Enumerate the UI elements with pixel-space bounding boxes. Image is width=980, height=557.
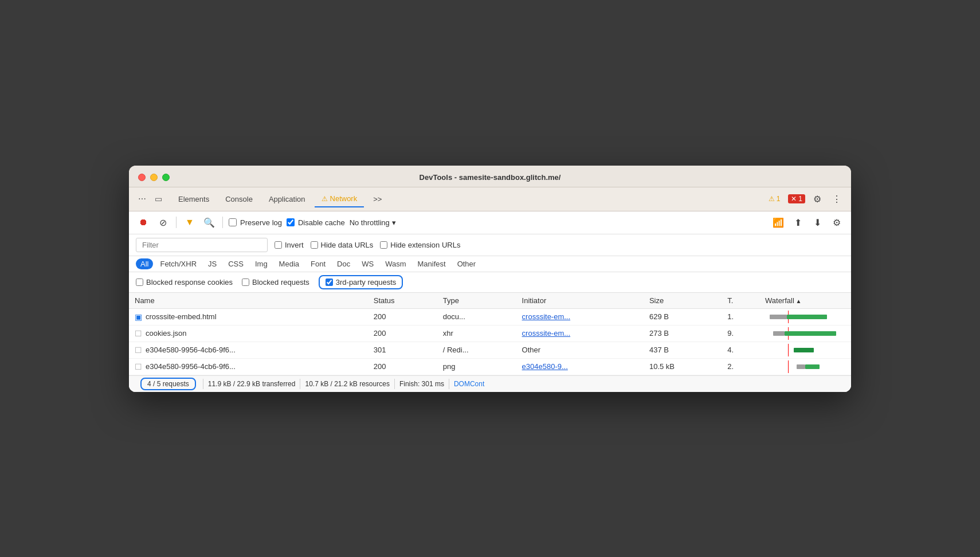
row1-name[interactable]: ▣ crosssite-embed.html xyxy=(129,308,368,325)
tab-elements[interactable]: Elements xyxy=(171,191,216,207)
device-icon[interactable]: ▭ xyxy=(152,193,164,205)
type-btn-other[interactable]: Other xyxy=(453,258,481,269)
maximize-button[interactable] xyxy=(162,174,170,181)
row1-initiator[interactable]: crosssite-em... xyxy=(516,308,644,325)
col-size[interactable]: Size xyxy=(644,293,722,309)
network-table: Name Status Type Initiator Size T. Water… xyxy=(129,293,851,375)
invert-label[interactable]: Invert xyxy=(275,241,304,249)
clear-button[interactable]: ⊘ xyxy=(155,215,170,230)
tab-bar: ⋯ ▭ Elements Console Application ⚠Networ… xyxy=(129,187,851,211)
network-settings-icon[interactable]: ⚙ xyxy=(829,215,844,230)
row3-name[interactable]: ☐ e304e580-9956-4cb6-9f6... xyxy=(129,342,368,358)
hide-data-urls-checkbox[interactable] xyxy=(311,241,318,249)
preserve-log-checkbox[interactable] xyxy=(229,218,237,226)
tab-more[interactable]: >> xyxy=(366,191,389,207)
blocked-requests-label[interactable]: Blocked requests xyxy=(242,278,309,287)
row2-time: 9. xyxy=(722,325,759,342)
row2-status: 200 xyxy=(368,325,437,342)
col-type[interactable]: Type xyxy=(437,293,516,309)
devtools-body: ⋯ ▭ Elements Console Application ⚠Networ… xyxy=(129,187,851,392)
row2-size: 273 B xyxy=(644,325,722,342)
window-title: DevTools - samesite-sandbox.glitch.me/ xyxy=(420,173,561,182)
throttle-select[interactable]: No throttling ▾ xyxy=(350,218,396,227)
third-party-requests-label[interactable]: 3rd-party requests xyxy=(319,275,403,289)
third-party-requests-checkbox[interactable] xyxy=(326,278,333,286)
row2-type: xhr xyxy=(437,325,516,342)
row1-waterfall xyxy=(759,308,851,325)
warning-badge: ⚠ 1 xyxy=(765,194,784,204)
tab-right-icons: ⚠ 1 ✕ 1 ⚙ ⋮ xyxy=(765,191,844,206)
table-row[interactable]: ☐ cookies.json 200 xhr crosssite-em... 2… xyxy=(129,325,851,342)
col-waterfall[interactable]: Waterfall xyxy=(759,293,851,309)
preserve-log-group[interactable]: Preserve log xyxy=(229,218,282,227)
col-name[interactable]: Name xyxy=(129,293,368,309)
type-btn-css[interactable]: CSS xyxy=(224,258,248,269)
type-btn-doc[interactable]: Doc xyxy=(332,258,355,269)
blocked-filter-bar: Blocked response cookies Blocked request… xyxy=(129,272,851,293)
type-filter-bar: All Fetch/XHR JS CSS Img Media Font Doc … xyxy=(129,256,851,272)
type-btn-manifest[interactable]: Manifest xyxy=(413,258,450,269)
row3-initiator: Other xyxy=(516,342,644,358)
preserve-log-label: Preserve log xyxy=(240,218,282,227)
error-badge: ✕ 1 xyxy=(788,194,805,203)
tab-console[interactable]: Console xyxy=(218,191,260,207)
row2-name[interactable]: ☐ cookies.json xyxy=(129,325,368,342)
type-btn-ws[interactable]: WS xyxy=(357,258,378,269)
tab-application[interactable]: Application xyxy=(262,191,312,207)
hide-data-urls-label[interactable]: Hide data URLs xyxy=(311,241,374,249)
col-status[interactable]: Status xyxy=(368,293,437,309)
domcont-label: DOMCont xyxy=(454,380,484,388)
row4-initiator[interactable]: e304e580-9... xyxy=(516,358,644,375)
disable-cache-label: Disable cache xyxy=(298,218,345,227)
table-row[interactable]: ▣ crosssite-embed.html 200 docu... cross… xyxy=(129,308,851,325)
blocked-response-cookies-label[interactable]: Blocked response cookies xyxy=(136,278,233,287)
type-btn-wasm[interactable]: Wasm xyxy=(381,258,410,269)
blocked-requests-checkbox[interactable] xyxy=(242,278,249,286)
row4-name-text: e304e580-9956-4cb6-9f6... xyxy=(146,362,236,371)
row2-initiator[interactable]: crosssite-em... xyxy=(516,325,644,342)
invert-checkbox[interactable] xyxy=(275,241,282,249)
disable-cache-checkbox[interactable] xyxy=(287,218,295,226)
filter-input[interactable] xyxy=(136,238,268,252)
blocked-response-cookies-checkbox[interactable] xyxy=(136,278,143,286)
row4-waterfall xyxy=(759,358,851,375)
search-icon[interactable]: 🔍 xyxy=(202,215,217,230)
row3-size: 437 B xyxy=(644,342,722,358)
table-row[interactable]: ☐ e304e580-9956-4cb6-9f6... 200 png e304… xyxy=(129,358,851,375)
devtools-window: DevTools - samesite-sandbox.glitch.me/ ⋯… xyxy=(129,166,851,392)
stop-recording-button[interactable]: ⏺ xyxy=(136,215,151,230)
tab-icons: ⋯ ▭ xyxy=(136,193,164,205)
type-btn-font[interactable]: Font xyxy=(306,258,330,269)
type-btn-media[interactable]: Media xyxy=(275,258,304,269)
row4-name[interactable]: ☐ e304e580-9956-4cb6-9f6... xyxy=(129,358,368,375)
close-button[interactable] xyxy=(138,174,146,181)
row3-waterfall xyxy=(759,342,851,358)
devtools-settings-icon[interactable]: ⚙ xyxy=(810,191,825,206)
col-initiator[interactable]: Initiator xyxy=(516,293,644,309)
upload-icon[interactable]: ⬆ xyxy=(790,215,805,230)
minimize-button[interactable] xyxy=(150,174,158,181)
png-icon: ☐ xyxy=(135,362,142,371)
row4-status: 200 xyxy=(368,358,437,375)
table-row[interactable]: ☐ e304e580-9956-4cb6-9f6... 301 / Redi..… xyxy=(129,342,851,358)
doc-icon: ▣ xyxy=(135,312,142,321)
col-time[interactable]: T. xyxy=(722,293,759,309)
throttle-label: No throttling xyxy=(350,218,390,227)
download-icon[interactable]: ⬇ xyxy=(810,215,825,230)
transferred-section: 11.9 kB / 22.9 kB transferred xyxy=(203,379,301,389)
row3-time: 4. xyxy=(722,342,759,358)
type-btn-fetch-xhr[interactable]: Fetch/XHR xyxy=(155,258,201,269)
row3-type: / Redi... xyxy=(437,342,516,358)
tab-network[interactable]: ⚠Network xyxy=(315,191,364,207)
filter-icon[interactable]: ▼ xyxy=(182,215,197,230)
wifi-icon[interactable]: 📶 xyxy=(771,215,786,230)
devtools-menu-icon[interactable]: ⋮ xyxy=(829,191,844,206)
row3-status: 301 xyxy=(368,342,437,358)
inspect-icon[interactable]: ⋯ xyxy=(136,193,148,205)
type-btn-img[interactable]: Img xyxy=(250,258,272,269)
hide-extension-urls-label[interactable]: Hide extension URLs xyxy=(380,241,460,249)
hide-extension-urls-checkbox[interactable] xyxy=(380,241,387,249)
type-btn-all[interactable]: All xyxy=(136,258,153,269)
type-btn-js[interactable]: JS xyxy=(203,258,221,269)
disable-cache-group[interactable]: Disable cache xyxy=(287,218,345,227)
